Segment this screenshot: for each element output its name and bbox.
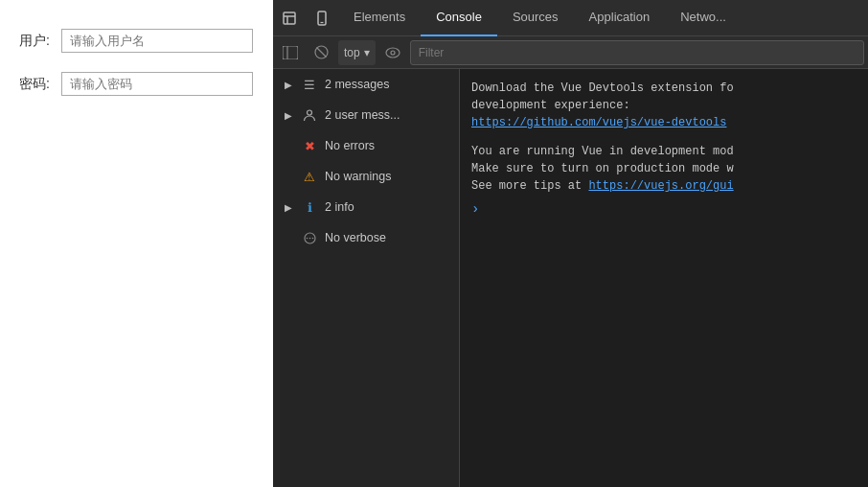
message-filter-sidebar: ▶ ☰ 2 messages ▶ 2 user mess... ▶ ✖: [273, 69, 460, 487]
console-output[interactable]: Download the Vue Devtools extension fo d…: [460, 69, 868, 487]
expand-icon: ▶: [283, 201, 294, 213]
svg-point-11: [308, 110, 312, 115]
user-icon: [302, 107, 317, 123]
tab-console[interactable]: Console: [421, 0, 497, 36]
tab-bar: Elements Console Sources Application Net…: [273, 0, 868, 36]
verbose-icon: [302, 230, 317, 245]
tab-elements[interactable]: Elements: [338, 0, 421, 36]
chevron-down-icon: ▾: [364, 46, 370, 59]
sidebar-item-messages[interactable]: ▶ ☰ 2 messages: [273, 69, 459, 100]
tab-sources[interactable]: Sources: [497, 0, 574, 36]
filter-input[interactable]: [410, 40, 864, 65]
sidebar-item-info[interactable]: ▶ ℹ 2 info: [273, 192, 459, 222]
username-input[interactable]: [61, 29, 253, 53]
svg-line-8: [316, 48, 326, 58]
svg-point-13: [306, 237, 308, 239]
context-select[interactable]: top ▾: [338, 40, 376, 65]
svg-point-9: [386, 48, 400, 58]
expand-icon: ▶: [283, 109, 294, 121]
error-icon: ✖: [302, 138, 317, 153]
console-line: You are running Vue in development mod M…: [460, 140, 868, 197]
sidebar-item-errors[interactable]: ▶ ✖ No errors: [273, 130, 459, 161]
sidebar-item-verbose[interactable]: ▶ No verbose: [273, 222, 459, 253]
svg-point-15: [311, 237, 313, 239]
warning-icon: ⚠: [302, 169, 317, 184]
expand-icon: ▶: [283, 79, 294, 90]
eye-icon[interactable]: [379, 39, 406, 66]
info-icon: ℹ: [302, 199, 317, 215]
password-label: 密码:: [19, 76, 54, 93]
password-row: 密码:: [19, 72, 254, 96]
console-line: Download the Vue Devtools extension fo d…: [460, 77, 868, 134]
devtools-panel: Elements Console Sources Application Net…: [273, 0, 868, 487]
sidebar-toggle-icon[interactable]: [277, 39, 304, 66]
page-area: 用户: 密码:: [0, 0, 273, 487]
devtools-link[interactable]: https://github.com/vuejs/vue-devtools: [471, 116, 726, 129]
sidebar-item-warnings[interactable]: ▶ ⚠ No warnings: [273, 161, 459, 192]
sidebar-item-user-messages[interactable]: ▶ 2 user mess...: [273, 100, 459, 130]
toolbar: top ▾: [273, 36, 868, 69]
svg-point-10: [391, 51, 395, 55]
list-icon: ☰: [302, 77, 317, 92]
tab-application[interactable]: Application: [574, 0, 666, 36]
username-row: 用户:: [19, 29, 254, 53]
console-prompt[interactable]: ›: [460, 197, 868, 220]
username-label: 用户:: [19, 33, 54, 50]
svg-rect-5: [283, 46, 298, 59]
tab-network[interactable]: Netwo...: [665, 0, 742, 36]
svg-point-14: [308, 237, 310, 239]
inspect-icon[interactable]: [273, 0, 306, 36]
vuejs-link[interactable]: https://vuejs.org/gui: [588, 179, 733, 193]
main-content: ▶ ☰ 2 messages ▶ 2 user mess... ▶ ✖: [273, 69, 868, 487]
device-icon[interactable]: [306, 0, 338, 36]
password-input[interactable]: [61, 72, 253, 96]
block-icon[interactable]: [308, 39, 334, 66]
svg-rect-0: [284, 12, 295, 24]
